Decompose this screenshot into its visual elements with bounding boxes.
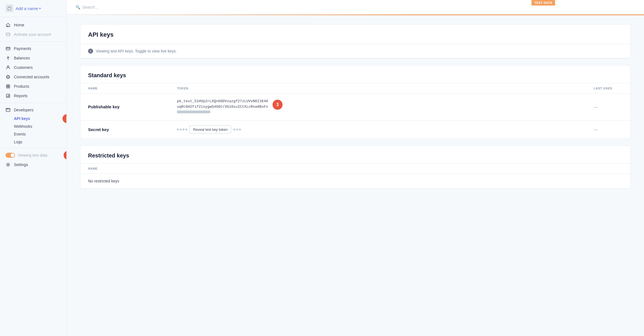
table-row: Secret key Rev (80, 120, 630, 139)
chevron-down-icon: ▾ (39, 7, 41, 10)
table-row: No restricted keys (80, 174, 630, 188)
main-content: 🔍 Search... TEST DATA API keys i Viewing… (67, 0, 644, 336)
reports-icon (6, 93, 11, 98)
standard-keys-title: Standard keys (80, 66, 630, 83)
sidebar-item-connected-accounts[interactable]: Connected accounts (0, 72, 66, 82)
add-name-button[interactable]: Add a name ▾ (16, 6, 41, 11)
home-icon (6, 22, 11, 27)
topbar: 🔍 Search... TEST DATA (67, 0, 644, 14)
test-data-line (67, 14, 644, 15)
api-keys-header: API keys (80, 24, 630, 44)
sidebar-item-developers[interactable]: Developers (0, 105, 66, 115)
restricted-keys-table: NAME No restricted keys (80, 164, 630, 188)
svg-rect-4 (6, 47, 10, 50)
sidebar-item-activate[interactable]: Activate your account (0, 30, 66, 39)
toggle-knob (11, 153, 14, 157)
search-bar[interactable]: 🔍 Search... (76, 5, 98, 9)
svg-point-6 (7, 66, 9, 67)
reveal-test-key-button[interactable]: Reveal test key token (189, 126, 231, 134)
svg-rect-10 (6, 85, 8, 86)
info-icon: i (88, 49, 93, 54)
sidebar-header[interactable]: Add a name ▾ (0, 0, 66, 17)
svg-point-21 (8, 164, 9, 166)
sidebar-item-reports[interactable]: Reports (0, 91, 66, 101)
sidebar-item-customers[interactable]: Customers (0, 63, 66, 72)
annotation-3: 3 (273, 100, 283, 110)
sidebar-subitem-api-keys[interactable]: API keys (0, 115, 66, 122)
publishable-key-last-used: — (586, 94, 630, 121)
sidebar-item-balances[interactable]: Balances (0, 53, 66, 63)
test-data-toggle-row: Viewing test data (0, 151, 53, 160)
restricted-keys-title: Restricted keys (80, 146, 630, 164)
secret-key-token-cell: Reveal test key token (169, 120, 586, 139)
page-title: API keys (88, 31, 623, 38)
svg-rect-2 (6, 33, 10, 36)
sidebar-item-products[interactable]: Products (0, 82, 66, 91)
secret-key-name: Secret key (80, 120, 169, 139)
standard-keys-table: NAME TOKEN LAST USED Publishable key (80, 83, 630, 139)
products-icon (6, 84, 11, 89)
col-last-used: LAST USED (586, 83, 630, 94)
sidebar-subitem-logs[interactable]: Logs (0, 138, 66, 146)
info-bar: i Viewing test API keys. Toggle to view … (80, 44, 630, 58)
connected-accounts-icon (6, 74, 11, 79)
content-area: API keys i Viewing test API keys. Toggle… (67, 15, 644, 336)
publishable-key-token-cell: pk_test_51HVp2rLXQn68DVzazgf27zLUVvN0I1K… (169, 94, 586, 121)
sidebar: Add a name ▾ Home Activate your acco (0, 0, 67, 336)
payments-icon (6, 46, 11, 51)
sidebar-subitem-webhooks[interactable]: Webhooks (0, 122, 66, 130)
search-icon: 🔍 (76, 5, 80, 9)
activate-icon (6, 32, 11, 37)
balances-icon (6, 56, 11, 61)
col-name: NAME (80, 83, 169, 94)
main-nav: Home Activate your account Payments (0, 17, 66, 173)
test-data-badge: TEST DATA (531, 0, 555, 6)
sidebar-item-settings[interactable]: Settings (0, 160, 66, 169)
secret-key-last-used: — (586, 120, 630, 139)
restricted-keys-card: Restricted keys NAME No restricted keys (80, 146, 631, 189)
sidebar-subitem-events[interactable]: Events (0, 130, 66, 138)
api-keys-card: API keys i Viewing test API keys. Toggle… (80, 24, 631, 59)
publishable-key-token: pk_test_51HVp2rLXQn68DVzazgf27zLUVvN0I1K… (177, 99, 268, 115)
sidebar-divider-3 (0, 148, 66, 148)
secret-key-dots-left (177, 129, 187, 131)
svg-point-20 (7, 109, 8, 109)
svg-point-19 (7, 109, 7, 109)
svg-rect-13 (8, 87, 10, 88)
settings-icon (6, 162, 11, 167)
no-restricted-keys-text: No restricted keys (80, 174, 630, 188)
svg-rect-1 (8, 26, 8, 27)
svg-rect-0 (8, 7, 11, 10)
test-data-toggle[interactable] (6, 153, 15, 158)
sidebar-item-payments[interactable]: Payments (0, 44, 66, 53)
table-row: Publishable key pk_test_51HVp2rLXQn68DVz… (80, 94, 630, 121)
restricted-col-name: NAME (80, 164, 630, 174)
sidebar-item-home[interactable]: Home (0, 20, 66, 30)
svg-rect-12 (6, 87, 8, 88)
secret-key-dots-right (233, 129, 241, 131)
store-icon (6, 4, 13, 12)
sidebar-divider-2 (0, 103, 66, 103)
customers-icon (6, 65, 11, 70)
publishable-key-name: Publishable key (80, 94, 169, 121)
secret-key-token-row: Reveal test key token (177, 126, 578, 134)
col-token: TOKEN (169, 83, 586, 94)
sidebar-divider-1 (0, 41, 66, 42)
svg-rect-11 (8, 85, 10, 86)
token-blurred (177, 111, 210, 113)
annotation-2: 2 (64, 151, 67, 160)
standard-keys-card: Standard keys NAME TOKEN LAST USED Publi… (80, 65, 631, 139)
developers-icon (6, 107, 11, 112)
